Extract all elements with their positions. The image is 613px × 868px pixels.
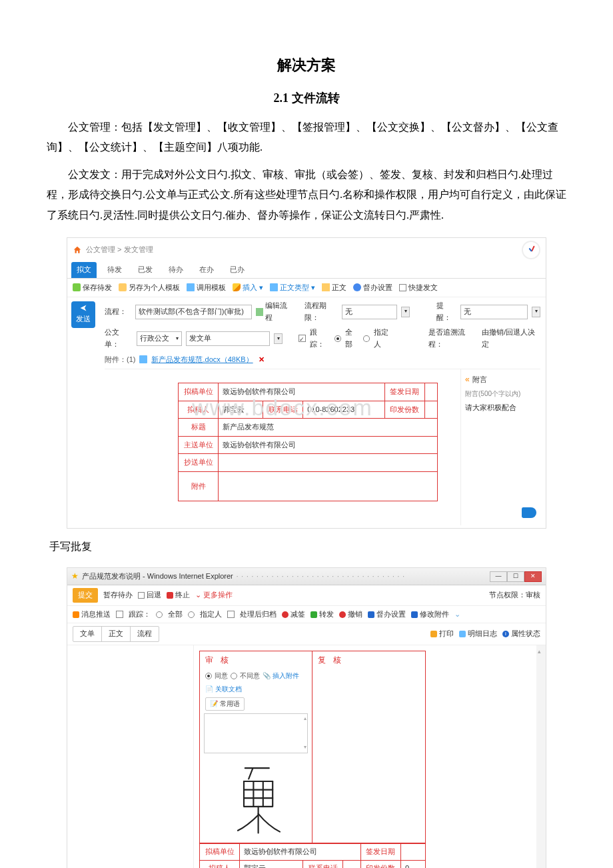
word-icon bbox=[139, 355, 147, 363]
seg-form[interactable]: 文单 bbox=[73, 627, 102, 641]
tab-draft[interactable]: 拟文 bbox=[71, 262, 97, 278]
close-button[interactable]: ✕ bbox=[524, 571, 542, 582]
save-template-button[interactable]: 另存为个人模板 bbox=[119, 282, 180, 294]
postscript-text[interactable]: 请大家积极配合 bbox=[465, 402, 536, 414]
tab-done[interactable]: 已办 bbox=[225, 262, 250, 278]
sign-date-value[interactable] bbox=[424, 383, 437, 401]
scrollbar[interactable] bbox=[536, 645, 546, 868]
attach-icon bbox=[411, 611, 418, 618]
tab-inprogress[interactable]: 在办 bbox=[194, 262, 219, 278]
stop-button[interactable]: 终止 bbox=[167, 589, 190, 601]
section-heading: 2.1 文件流转 bbox=[47, 89, 566, 108]
common-phrase-button[interactable]: 📝 常用语 bbox=[205, 697, 245, 711]
load-template-button[interactable]: 调用模板 bbox=[187, 282, 226, 294]
drafter-value[interactable]: 郭宝云 bbox=[219, 401, 263, 419]
deadline-select[interactable]: 无 bbox=[342, 305, 397, 319]
remind-select[interactable]: 无 bbox=[460, 305, 528, 319]
insert-dropdown[interactable]: 插入 ▾ bbox=[233, 282, 263, 294]
copies-label: 印发份数 bbox=[384, 401, 424, 419]
view-segment: 文单 正文 流程 bbox=[73, 626, 159, 642]
doc-icon bbox=[270, 283, 278, 291]
minimize-button[interactable]: — bbox=[490, 571, 507, 582]
collapse-icon[interactable]: « bbox=[465, 373, 470, 386]
cancel-button[interactable]: 撤销 bbox=[339, 609, 362, 621]
deadline-label: 流程期限： bbox=[305, 300, 338, 323]
body-button[interactable]: 正文 bbox=[322, 282, 346, 294]
relate-doc-link[interactable]: 📄 关联文档 bbox=[205, 684, 242, 695]
drafter-label-2: 拟稿人 bbox=[200, 860, 240, 868]
remove-attachment-icon[interactable]: ✕ bbox=[259, 354, 265, 366]
forward-button[interactable]: 转发 bbox=[310, 609, 334, 621]
tab-todo[interactable]: 待办 bbox=[163, 262, 189, 278]
signature-canvas[interactable] bbox=[200, 756, 312, 843]
gear-icon bbox=[353, 283, 361, 291]
body-icon bbox=[322, 283, 330, 291]
draft-org-label: 拟稿单位 bbox=[179, 383, 219, 401]
form-table: 拟稿单位 致远协创软件有限公司 签发日期 拟稿人 郭宝云 联系电话 010-82… bbox=[178, 383, 438, 501]
attach-value[interactable] bbox=[219, 472, 438, 501]
address-blur: · · · · · · · · · · · · · · · · · · · · … bbox=[237, 571, 405, 582]
body-type-dropdown[interactable]: 正文类型 ▾ bbox=[270, 282, 315, 294]
doc-title: 解决方案 bbox=[47, 53, 566, 77]
reduce-sign-button[interactable]: 减签 bbox=[282, 609, 305, 621]
maximize-button[interactable]: ☐ bbox=[507, 571, 524, 582]
left-gutter bbox=[67, 645, 194, 868]
cc-value[interactable] bbox=[219, 454, 438, 472]
seg-flow[interactable]: 流程 bbox=[131, 627, 159, 641]
print-button[interactable]: 打印 bbox=[430, 628, 454, 640]
edit-flow-button[interactable]: 编辑流程 bbox=[256, 300, 292, 323]
more-actions-button[interactable]: ⌄ 更多操作 bbox=[195, 589, 233, 601]
tel-value[interactable]: 010-82602233 bbox=[303, 401, 385, 419]
tel-label-2: 联系电话 bbox=[303, 860, 343, 868]
archive-checkbox[interactable] bbox=[227, 611, 235, 618]
attachment-link[interactable]: 新产品发布规范.docx（48KB） bbox=[151, 354, 253, 366]
agree-radio[interactable] bbox=[205, 673, 212, 679]
tab-pending-send[interactable]: 待发 bbox=[102, 262, 127, 278]
remind-label: 提醒： bbox=[436, 300, 456, 323]
docform-dropdown-icon[interactable]: ▾ bbox=[274, 333, 283, 344]
supervise-button-2[interactable]: 督办设置 bbox=[368, 609, 406, 621]
flow-label: 流程： bbox=[105, 306, 131, 318]
quick-send-checkbox[interactable]: 快捷发文 bbox=[399, 282, 438, 294]
docunit-select[interactable]: 行政公文▾ bbox=[137, 331, 182, 346]
review-title: 审 核 bbox=[200, 651, 312, 669]
deadline-dropdown-icon[interactable]: ▾ bbox=[401, 307, 410, 317]
hold-button[interactable]: 暂存待办 bbox=[103, 589, 133, 601]
mainsend-value[interactable]: 致远协创软件有限公司 bbox=[219, 436, 438, 454]
tab-sent[interactable]: 已发 bbox=[133, 262, 158, 278]
draft-org-value[interactable]: 致远协创软件有限公司 bbox=[219, 383, 385, 401]
attachment-label: 附件：(1) bbox=[105, 354, 135, 366]
expand-toolbar-icon[interactable]: ⌄ bbox=[454, 609, 460, 621]
seg-body[interactable]: 正文 bbox=[102, 627, 131, 641]
disagree-radio[interactable] bbox=[231, 673, 237, 679]
copies-value-2: 0 bbox=[400, 860, 425, 868]
supervise-button[interactable]: 督办设置 bbox=[353, 282, 392, 294]
track-sel-radio-2[interactable] bbox=[188, 611, 195, 618]
send-button[interactable]: 发送 bbox=[71, 301, 95, 328]
detail-log-button[interactable]: 明细日志 bbox=[459, 628, 497, 640]
track-checkbox[interactable] bbox=[299, 335, 306, 342]
submit-button[interactable]: 提交 bbox=[73, 588, 98, 603]
track-checkbox-2[interactable] bbox=[116, 611, 123, 618]
copies-label-2: 印发份数 bbox=[360, 860, 400, 868]
msg-push-button[interactable]: 消息推送 bbox=[73, 609, 111, 621]
insert-attach-link[interactable]: 📎 插入附件 bbox=[263, 671, 299, 681]
home-icon[interactable] bbox=[73, 245, 82, 255]
track-all-radio[interactable] bbox=[334, 335, 341, 342]
copies-value[interactable] bbox=[424, 401, 437, 419]
track-all-radio-2[interactable] bbox=[156, 611, 163, 618]
track-selected-radio[interactable] bbox=[363, 335, 370, 342]
save-draft-button[interactable]: 保存待发 bbox=[73, 282, 112, 294]
favorite-icon[interactable]: ★ bbox=[71, 570, 79, 583]
flow-select[interactable]: 软件测试部(不包含子部门)(审批) bbox=[135, 305, 251, 319]
docform-select[interactable]: 发文单 bbox=[186, 331, 270, 346]
tab-bar: 拟文 待发 已发 待办 在办 已办 bbox=[67, 262, 546, 279]
draft-org-label-2: 拟稿单位 bbox=[200, 844, 240, 861]
title-value[interactable]: 新产品发布规范 bbox=[219, 419, 438, 437]
opinion-textarea[interactable]: ▴▾ bbox=[204, 713, 308, 753]
back-button[interactable]: 回退 bbox=[138, 589, 161, 601]
speaker-icon[interactable] bbox=[522, 507, 536, 518]
modify-attach-button[interactable]: 修改附件 bbox=[411, 609, 449, 621]
remind-dropdown-icon[interactable]: ▾ bbox=[532, 307, 540, 317]
property-status-button[interactable]: i属性状态 bbox=[502, 628, 540, 640]
